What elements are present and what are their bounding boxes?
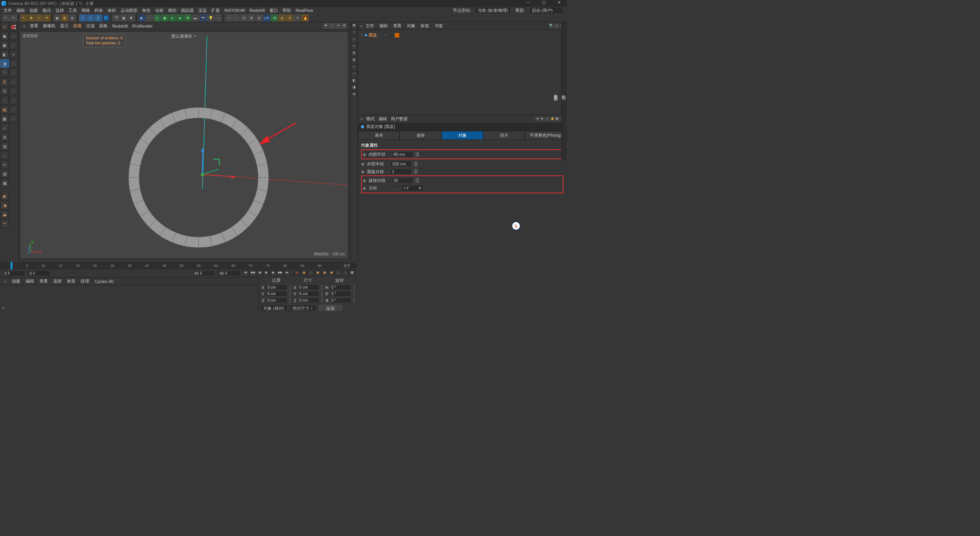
close-button[interactable]: ✕ [551,0,567,7]
size-mode-select[interactable]: 绝对尺寸 ▾ [290,305,317,311]
size-y[interactable] [298,291,319,297]
tool-d[interactable]: ⊞ [248,15,255,21]
rt-3[interactable]: + [351,37,357,43]
rot-p[interactable] [330,291,351,297]
render-region[interactable]: ▣ [120,15,127,21]
lt-s2[interactable]: S [0,87,9,95]
add-scene[interactable]: ◈ [176,15,183,21]
lt-a2[interactable]: ▫ [10,41,18,49]
add-field[interactable]: ◎ [169,15,176,21]
axis-x-toggle[interactable]: X [79,15,86,21]
scale-tool[interactable]: ⤢ [36,15,42,21]
nodespace-dropdown[interactable]: 当前 (标准/物理) [475,7,511,14]
goto-start[interactable]: ⏮ [243,270,249,276]
mm-create[interactable]: 创建 [10,278,22,284]
coord-mode-select[interactable]: 对象 (相对) ▾ [261,305,287,311]
menu-render[interactable]: 渲染 [196,8,209,13]
menu-file[interactable]: 文件 [2,8,14,13]
lt-cursor[interactable]: ↖ [0,23,9,31]
tab-slice[interactable]: 切片 [483,131,525,140]
rt-7[interactable]: ▪ [351,64,357,70]
vp-nav2[interactable]: ⤢ [329,23,335,29]
lt-c2[interactable]: ◑ [0,201,9,209]
vp-nav3[interactable]: ⟲ [335,23,341,29]
rt-1[interactable]: ▦ [351,23,357,29]
menu-volume[interactable]: 体积 [106,8,118,13]
om-view[interactable]: 查看 [391,23,404,29]
orientation-select[interactable]: +Y▾ [402,185,423,191]
lt-snap[interactable]: ⊞ [0,133,9,141]
outer-radius-input[interactable] [390,161,412,167]
add-light[interactable]: 💡 [207,15,214,21]
lt-c1[interactable]: ◐ [0,192,9,200]
rotation-segments-input[interactable] [392,177,413,183]
vm-camera[interactable]: 摄像机 [41,23,57,29]
lt-a5[interactable]: ▫ [10,69,18,77]
lt-c4[interactable]: 〜 [0,219,9,228]
sidetab-content[interactable]: 内容浏览器 [553,25,559,160]
om-edit[interactable]: 编辑 [377,23,390,29]
lt-axis[interactable]: └ [0,69,9,77]
sidetab-build[interactable]: 构造 [561,25,567,160]
lt-b2[interactable]: ▫ [0,151,9,160]
mm-cycles[interactable]: Cycles 4D [93,279,116,284]
vp-nav4[interactable]: ⊞ [341,23,347,29]
phong-tag-icon[interactable] [395,33,399,38]
object-tree[interactable]: └ 圆盘 ▫ ✓ [358,30,567,115]
add-camera[interactable]: 📷 [199,15,206,21]
menu-mode[interactable]: 模式 [41,8,53,13]
add-volume[interactable]: ▬ [192,15,199,21]
disc-segments-input[interactable] [390,168,412,175]
lt-a10[interactable]: ▫ [10,114,18,123]
menu-redshift[interactable]: Redshift [248,8,267,13]
rt-5[interactable]: ▤ [351,51,357,57]
minimize-button[interactable]: ─ [521,0,536,7]
am-nav-fwd[interactable]: ► [540,117,544,121]
apply-button[interactable]: 应用 [319,305,342,311]
rt-8[interactable]: ▫ [351,71,357,77]
size-x[interactable] [298,284,319,290]
lt-a9[interactable]: ▫ [10,105,18,114]
pos-z[interactable] [266,297,287,303]
lt-a6[interactable]: ▫ [10,78,18,86]
move-tool[interactable]: ✥ [28,15,35,21]
timeline-playhead[interactable] [11,262,12,270]
rt-11[interactable]: ⊞ [351,92,357,98]
vm-display[interactable]: 显示 [59,23,70,29]
status-menu-icon[interactable]: ≡ [0,306,7,311]
timeline-end-display[interactable] [342,263,358,269]
menu-help[interactable]: 帮助 [281,8,293,13]
menu-edit[interactable]: 编辑 [15,8,27,13]
lt-object[interactable]: ◨ [0,59,9,68]
rt-4[interactable]: ≡ [351,44,357,50]
lt-tex[interactable]: ◧ [0,50,9,59]
inner-radius-up[interactable]: ▴ [415,152,419,154]
redo-button[interactable]: ↷ [10,15,17,21]
add-generator[interactable]: ◫ [154,15,160,21]
tab-coord[interactable]: 坐标 [400,131,441,140]
mm-texture[interactable]: 纹理 [79,278,91,284]
vp-nav1[interactable]: ✥ [323,23,328,29]
tool-e[interactable]: ⊟ [256,15,263,21]
rotate-tool[interactable]: ⟲ [43,15,50,21]
am-mode[interactable]: 模式 [366,116,375,122]
mm-select[interactable]: 选择 [51,278,64,284]
lock-xyz[interactable]: ⊞ [61,15,68,21]
vm-redshift[interactable]: Redshift [111,24,129,28]
coord-world[interactable]: 🌐 [102,15,109,21]
frame-end1[interactable] [192,270,215,276]
axis-z-toggle[interactable]: Z [95,15,101,21]
lt-b3[interactable]: ≡ [0,160,9,169]
tool-flame[interactable]: 🔥 [302,15,309,21]
lt-c3[interactable]: ◒ [0,210,9,219]
layout-dropdown[interactable]: 启动 (用户) [529,7,564,14]
frame-current[interactable] [28,270,51,276]
select-tool[interactable]: ↖ [20,15,27,21]
lt-editable[interactable]: ▣ [0,32,9,40]
size-z[interactable] [298,297,319,303]
lt-b4[interactable]: ▤ [0,170,9,178]
tool-c[interactable]: ⊡ [240,15,247,21]
mm-view[interactable]: 查看 [38,278,50,284]
mm-edit[interactable]: 编辑 [24,278,36,284]
lt-s1[interactable]: S [0,78,9,86]
